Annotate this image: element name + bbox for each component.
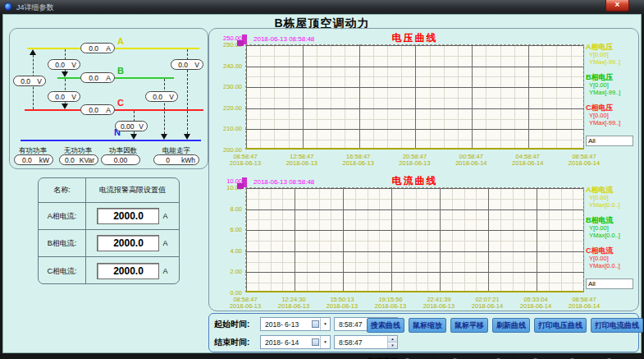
window-titlebar[interactable]: J4详细参数 × — [0, 0, 644, 14]
phase-c-limit-input[interactable]: 2000.0 — [97, 263, 159, 279]
phase-b-line — [57, 77, 174, 79]
voltage-readout-c-n: 0.00V — [115, 121, 148, 131]
arrow-down-icon — [130, 134, 137, 140]
arrow-down-icon — [161, 134, 167, 140]
curve-button-2[interactable]: 鼠标平移 — [450, 318, 488, 333]
screen: J4详细参数 × B栋屋顶空调动力 A B C N 0.0A 0.0A 0.0A — [0, 0, 644, 359]
voltage-arrow-b-n — [164, 79, 165, 138]
arrow-down-icon — [62, 104, 68, 109]
start-date-picker[interactable]: 2018- 6-13 ▼ — [260, 317, 331, 331]
current-chart-plot[interactable] — [245, 187, 584, 292]
phase-a-limit-input[interactable]: 2000.0 — [97, 208, 159, 224]
calendar-icon — [312, 338, 319, 346]
curve-button-1[interactable]: 鼠标缩放 — [409, 318, 446, 333]
dropdown-arrow-icon[interactable]: ▼ — [320, 336, 330, 348]
curve-buttons: 搜索曲线鼠标缩放鼠标平移刷新曲线打印电压曲线打印电流曲线 — [367, 317, 638, 334]
voltage-readout-b-n: 0.0V — [145, 91, 178, 102]
phase-b-label: B — [117, 67, 124, 76]
window-body: B栋屋顶空调动力 A B C N 0.0A 0.0A 0.0A — [2, 14, 642, 353]
x-axis-tick: 08:58:472018-06-13 — [230, 297, 261, 310]
range-option-2倍[interactable]: 2倍 — [532, 357, 553, 359]
range-options: 0.25倍0.5倍1倍2倍5倍自适应 — [404, 357, 638, 359]
metric-readout-3: 0kWh — [153, 154, 199, 165]
legend-all-button[interactable]: All — [586, 278, 633, 289]
close-button[interactable]: × — [605, 0, 629, 12]
table-header-value: 电流报警高限设置值 — [86, 178, 179, 202]
curve-button-5[interactable]: 打印电流曲线 — [591, 318, 643, 333]
unit-label: A — [162, 212, 167, 220]
legend-entry-A相电流[interactable]: A相电流Y[0.00]YMax[0.0..] — [586, 186, 638, 209]
voltage-readout-a-n: 0.0V — [171, 59, 203, 70]
y-axis-tick: 6.00 — [209, 226, 242, 233]
spinner-up-icon: ▲ — [388, 336, 397, 343]
arrow-up-icon — [30, 49, 36, 55]
range-select-group: 量程选择: 0.25倍0.5倍1倍2倍5倍自适应 — [367, 353, 638, 359]
x-axis-tick: 15:50:132018-06-13 — [327, 297, 358, 310]
one-line-diagram-panel: A B C N 0.0A 0.0A 0.0A — [9, 28, 208, 169]
charts-panel: 电压曲线 2018-06-13 08:58:48 250.00 250.0024… — [208, 28, 639, 311]
range-option-0.5倍[interactable]: 0.5倍 — [451, 357, 479, 359]
voltage-readout-b-c: 0.0V — [48, 91, 80, 102]
phase-c-label: C — [117, 99, 124, 108]
x-axis-tick: 08:58:472018-06-14 — [569, 297, 600, 310]
cursor-timestamp: 2018-06-13 08:58:48 — [253, 178, 314, 186]
metric-readout-2: 0.00 — [101, 154, 140, 165]
current-chart-group: 电流曲线 2018-06-13 08:58:48 10.00 10.008.00… — [209, 29, 638, 311]
x-axis-tick: 22:41:392018-06-13 — [423, 297, 454, 310]
voltage-readout-a-c: 0.0V — [13, 76, 46, 86]
range-option-自适应[interactable]: 自适应 — [605, 357, 638, 359]
y-axis-tick: 4.00 — [209, 247, 242, 255]
phase-b-current-readout: 0.0A — [80, 72, 115, 83]
phase-a-current-readout: 0.0A — [80, 43, 115, 53]
table-header-name: 名称: — [39, 178, 86, 202]
legend-entry-C相电流[interactable]: C相电流Y[0.00]YMax[0.0..] — [586, 246, 638, 269]
calendar-icon — [312, 320, 319, 328]
start-time-label: 起始时间: — [214, 319, 249, 330]
range-select-label: 量程选择: — [367, 357, 400, 359]
curve-button-0[interactable]: 搜索曲线 — [367, 318, 404, 333]
dropdown-arrow-icon[interactable]: ▼ — [320, 318, 330, 330]
unit-label: A — [162, 239, 167, 247]
metric-readout-1: 0.0KVar — [59, 154, 98, 165]
curve-button-3[interactable]: 刷新曲线 — [492, 318, 530, 333]
metric-readout-0: 0.0kW — [14, 154, 53, 165]
end-time-input[interactable]: 8:58:47 ▲▼ — [334, 335, 398, 349]
row-label-c: C相电流: — [39, 257, 86, 284]
neutral-line — [21, 140, 201, 141]
arrow-down-icon — [184, 134, 190, 140]
y-axis-tick: 8.00 — [209, 205, 242, 213]
y-axis-tick: 2.00 — [209, 268, 242, 275]
voltage-readout-a-b: 0.0V — [48, 59, 80, 70]
time-controls-panel: 起始时间: 2018- 6-13 ▼ 8:58:47 ▲▼ 搜索曲线鼠标缩放鼠标… — [208, 313, 639, 352]
window-title: J4详细参数 — [16, 2, 54, 13]
x-axis-tick: 19:15:562018-06-13 — [375, 297, 406, 310]
x-axis-tick: 02:07:212018-06-14 — [472, 297, 503, 310]
time-spinner[interactable]: ▲▼ — [387, 336, 397, 348]
range-option-0.25倍[interactable]: 0.25倍 — [404, 357, 436, 359]
end-date-picker[interactable]: 2018- 6-14 ▼ — [260, 335, 331, 349]
phase-a-label: A — [117, 37, 124, 46]
unit-label: A — [162, 267, 167, 275]
x-axis-tick: 12:24:302018-06-13 — [278, 297, 309, 310]
arrow-down-icon — [62, 71, 68, 77]
row-label-b: B相电流: — [39, 230, 86, 256]
legend-entry-B相电流[interactable]: B相电流Y[0.00]YMax[0.0..] — [586, 216, 638, 239]
range-option-5倍[interactable]: 5倍 — [569, 357, 590, 359]
current-alarm-settings-table: 名称: 电流报警高限设置值 A相电流: 2000.0 A B相电流: 2000.… — [38, 177, 180, 284]
phase-b-limit-input[interactable]: 2000.0 — [97, 235, 159, 251]
phase-c-current-readout: 0.0A — [80, 104, 115, 115]
spinner-down-icon: ▼ — [388, 343, 397, 348]
curve-button-4[interactable]: 打印电压曲线 — [534, 318, 587, 333]
app-icon — [4, 2, 12, 11]
x-axis-tick: 05:33:042018-06-14 — [520, 297, 551, 310]
cursor-marker-icon — [237, 183, 244, 189]
row-label-a: A相电流: — [39, 203, 86, 229]
end-time-label: 结束时间: — [214, 337, 249, 348]
range-option-1倍[interactable]: 1倍 — [495, 357, 516, 359]
